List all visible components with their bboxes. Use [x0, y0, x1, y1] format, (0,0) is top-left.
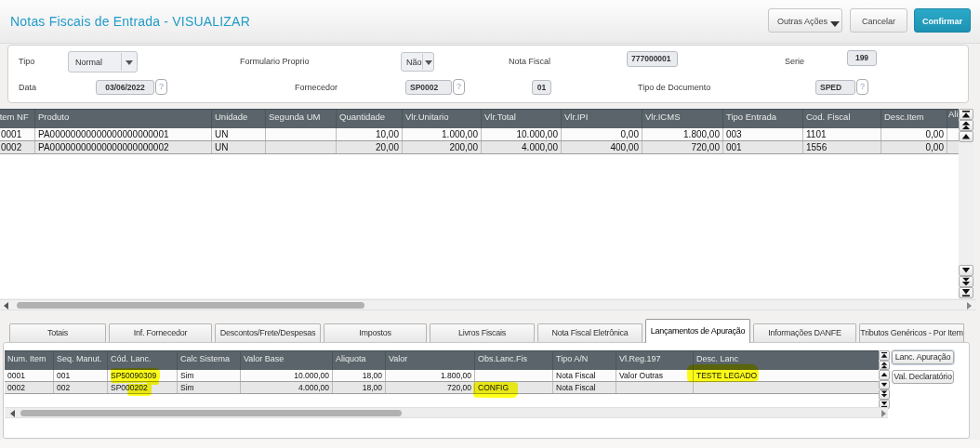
loja-input[interactable]: 01	[532, 80, 551, 95]
table-cell: 720,00	[385, 382, 474, 393]
tab-livros-fiscais[interactable]: Livros Fiscais	[430, 323, 535, 342]
table-cell: PA00000000000000000000001	[34, 128, 211, 140]
table-cell: Nota Fiscal	[552, 382, 616, 393]
vscroll-track	[959, 142, 973, 265]
table-cell: 002	[53, 382, 107, 393]
tab-descontos-frete-despesas[interactable]: Descontos/Frete/Despesas	[215, 323, 321, 342]
table-cell: 1556	[802, 141, 881, 153]
tipo-combo[interactable]: Normal	[68, 51, 138, 72]
column-header[interactable]: Valor Base	[240, 351, 332, 370]
scroll-down-button[interactable]	[879, 380, 890, 390]
column-header[interactable]: Vlr.IPI	[561, 110, 642, 128]
cancel-button[interactable]: Cancelar	[850, 8, 907, 33]
tab-nota-fiscal-eletr-nica[interactable]: Nota Fiscal Eletrônica	[537, 323, 642, 342]
tipo-documento-help-button[interactable]: ?	[856, 79, 868, 95]
column-header[interactable]: Num. Item	[5, 351, 53, 370]
scroll-down-button[interactable]	[959, 265, 973, 276]
table-cell: Valor Outras	[616, 370, 693, 381]
table-cell: 4.000,00	[481, 141, 561, 153]
lanc-apuracao-button[interactable]: Lanc. Apuração	[892, 350, 954, 364]
table-cell: 200,00	[402, 141, 481, 153]
formulario-proprio-combo[interactable]: Não	[401, 52, 434, 72]
tab-lan-amentos-de-apura-o[interactable]: Lançamentos de Apuração	[645, 319, 750, 343]
data-input[interactable]: 03/06/2022	[96, 80, 154, 95]
column-header[interactable]: Calc Sistema	[177, 351, 240, 370]
table-cell: Nota Fiscal	[552, 370, 616, 381]
scroll-up-button[interactable]	[959, 131, 973, 142]
table-cell: 0,00	[881, 128, 947, 140]
scroll-right-icon[interactable]	[881, 410, 886, 417]
tab-inf-fornecedor[interactable]: Inf. Fornecedor	[109, 323, 212, 342]
scroll-left-icon[interactable]	[4, 302, 8, 310]
other-actions-label: Outras Ações	[777, 17, 828, 26]
fornecedor-help-button[interactable]: ?	[453, 79, 465, 95]
items-grid-vscrollbar	[959, 109, 973, 298]
tab-informa-es-danfe[interactable]: Informações DANFE	[753, 323, 856, 342]
table-cell	[474, 370, 552, 381]
items-grid-hscrollbar[interactable]	[0, 299, 976, 310]
tab-bar: TotaisInf. FornecedorDescontos/Frete/Des…	[0, 316, 980, 343]
scroll-pageup-button[interactable]	[879, 361, 890, 371]
table-row[interactable]: 0001PA00000000000000000000001UN10,001.00…	[0, 128, 959, 141]
scroll-last-button[interactable]	[959, 287, 973, 298]
scroll-first-button[interactable]	[879, 350, 890, 361]
val-declaratorio-button[interactable]: Val. Declaratório	[892, 370, 954, 384]
page-bottom-strip	[0, 440, 980, 448]
column-header[interactable]: Vlr.ICMS	[642, 110, 722, 128]
column-header[interactable]: Valor	[385, 351, 474, 370]
highlight-marker	[127, 384, 152, 396]
column-header[interactable]: Aliq. IC	[947, 110, 959, 128]
column-header[interactable]: Obs.Lanc.Fis	[474, 351, 552, 370]
chevron-down-icon	[126, 60, 133, 65]
combo-divider	[121, 53, 122, 71]
column-header[interactable]: Quantidade	[336, 110, 402, 128]
tab-impostos[interactable]: Impostos	[324, 323, 427, 342]
column-header[interactable]: Segunda UM	[265, 110, 336, 128]
table-cell: 001	[722, 141, 802, 153]
table-row[interactable]: 0002PA00000000000000000000002UN20,00200,…	[0, 141, 959, 154]
table-cell	[947, 141, 959, 153]
serie-input[interactable]: 199	[847, 50, 877, 66]
scroll-up-button[interactable]	[879, 370, 890, 380]
tipo-documento-input[interactable]: SPED	[815, 80, 855, 95]
column-header[interactable]: Seq. Manut.	[53, 351, 107, 370]
apuracao-grid-hscrollbar[interactable]	[5, 407, 888, 418]
data-help-button[interactable]: ?	[155, 79, 167, 95]
scroll-left-icon[interactable]	[10, 410, 15, 417]
column-header[interactable]: Unidade	[211, 110, 265, 128]
table-cell: 10.000,00	[481, 128, 561, 140]
column-header[interactable]: Item NF	[0, 110, 34, 128]
table-cell: UN	[211, 128, 265, 140]
table-cell	[947, 128, 959, 140]
column-header[interactable]: Desc.Item	[881, 110, 947, 128]
combo-divider	[422, 54, 423, 70]
fornecedor-label: Fornecedor	[295, 83, 338, 92]
scroll-right-icon[interactable]	[967, 302, 972, 310]
tab-tributos-gen-ricos-por-item[interactable]: Tributos Genéricos - Por Item	[859, 323, 964, 342]
fornecedor-input[interactable]: SP0002	[405, 80, 452, 95]
nota-fiscal-input[interactable]: 777000001	[627, 51, 678, 67]
scroll-pagedown-button[interactable]	[959, 276, 973, 287]
column-header[interactable]: Tipo Entrada	[722, 110, 802, 128]
tipo-combo-value: Normal	[75, 58, 102, 67]
tab-totais[interactable]: Totais	[9, 323, 106, 342]
column-header[interactable]: Vlr.Unitario	[402, 110, 481, 128]
scroll-first-button[interactable]	[959, 109, 973, 120]
other-actions-button[interactable]: Outras Ações	[768, 8, 842, 33]
scroll-pagedown-button[interactable]	[879, 389, 890, 400]
hscroll-thumb[interactable]	[17, 302, 364, 309]
table-cell: 1.000,00	[402, 128, 481, 140]
column-header[interactable]: Vlr.Total	[481, 110, 561, 128]
column-header[interactable]: Tipo A/N	[552, 351, 616, 370]
column-header[interactable]: Vl.Reg.197	[616, 351, 693, 370]
table-cell	[265, 141, 336, 153]
column-header[interactable]: Produto	[34, 110, 211, 128]
hscroll-thumb[interactable]	[20, 410, 402, 416]
table-cell: 1.800,00	[385, 370, 474, 381]
nota-fiscal-label: Nota Fiscal	[509, 57, 550, 66]
confirm-button[interactable]: Confirmar	[914, 8, 971, 33]
scroll-pageup-button[interactable]	[959, 120, 973, 131]
column-header[interactable]: Aliquota	[332, 351, 385, 370]
table-cell: 0,00	[881, 141, 947, 153]
column-header[interactable]: Cod. Fiscal	[802, 110, 881, 128]
